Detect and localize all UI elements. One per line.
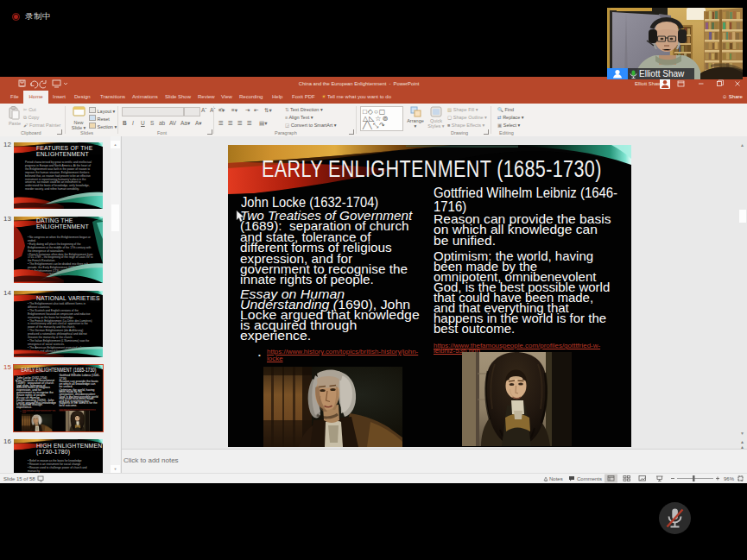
svg-text:Elliott Shaw: Elliott Shaw (635, 81, 662, 86)
svg-text:Elliott Shaw: Elliott Shaw (639, 69, 685, 79)
svg-text:96%: 96% (724, 476, 735, 481)
svg-text:Notes: Notes (549, 476, 563, 481)
svg-text:Comments: Comments (577, 476, 602, 481)
